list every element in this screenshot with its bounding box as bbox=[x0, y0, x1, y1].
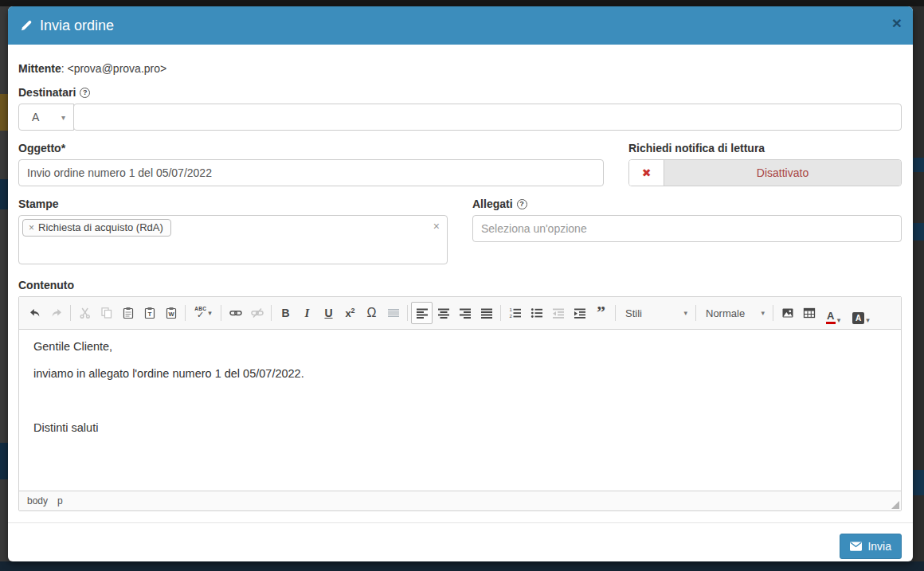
italic-button[interactable]: I bbox=[296, 302, 318, 324]
editor-paragraph: Distinti saluti bbox=[33, 420, 887, 435]
bold-button[interactable]: B bbox=[275, 302, 296, 324]
insert-table-button[interactable] bbox=[798, 302, 820, 324]
editor-paragraph bbox=[33, 393, 887, 408]
toolbar-separator bbox=[407, 305, 408, 321]
blockquote-button[interactable]: ” bbox=[590, 302, 612, 324]
resize-handle[interactable] bbox=[891, 501, 899, 509]
modal-body: Mittente: <prova@prova.pro> Destinatari … bbox=[8, 45, 913, 511]
superscript-button[interactable]: x2 bbox=[339, 302, 361, 324]
svg-text:1: 1 bbox=[509, 307, 512, 312]
align-center-icon bbox=[437, 307, 450, 319]
table-icon bbox=[803, 307, 816, 319]
undo-button[interactable] bbox=[24, 302, 45, 324]
toolbar-separator bbox=[70, 305, 71, 321]
text-color-button[interactable]: A ▾ bbox=[820, 302, 847, 324]
backdrop-fragment bbox=[913, 470, 924, 495]
recipients-input[interactable] bbox=[73, 104, 902, 131]
background-color-icon: A bbox=[852, 312, 864, 324]
recipients-help-icon[interactable]: ? bbox=[80, 88, 90, 98]
modal-footer: Invia bbox=[8, 522, 913, 561]
align-left-button[interactable] bbox=[411, 302, 433, 324]
rich-text-editor: T W ABC ✓ ▾ B I U x2 Ω bbox=[18, 296, 902, 511]
spellcheck-icon: ABC ✓ bbox=[194, 307, 206, 319]
paste-text-icon: T bbox=[143, 307, 156, 319]
justify-button[interactable] bbox=[476, 302, 497, 324]
recipient-type-select[interactable]: A ▾ bbox=[18, 104, 74, 131]
toggle-state-label: Disattivato bbox=[664, 160, 901, 186]
editor-content-area[interactable]: Gentile Cliente, inviamo in allegato l'o… bbox=[19, 330, 901, 491]
chevron-down-icon: ▾ bbox=[866, 316, 870, 324]
bulleted-list-icon bbox=[531, 307, 543, 319]
indent-button[interactable] bbox=[569, 302, 590, 324]
numbered-list-button[interactable]: 12 bbox=[504, 302, 526, 324]
paste-button[interactable] bbox=[117, 302, 139, 324]
toolbar-separator bbox=[500, 305, 501, 321]
backdrop-fragment bbox=[0, 94, 8, 131]
toolbar-separator bbox=[221, 305, 221, 321]
attachments-help-icon[interactable]: ? bbox=[517, 199, 527, 209]
redo-button[interactable] bbox=[45, 302, 67, 324]
redo-icon bbox=[50, 307, 63, 319]
recipient-type-value: A bbox=[32, 111, 39, 123]
paragraph-format-dropdown[interactable]: Normale▾ bbox=[699, 302, 769, 324]
clear-selection-icon[interactable]: × bbox=[433, 220, 440, 233]
align-center-button[interactable] bbox=[433, 302, 454, 324]
paste-plain-text-button[interactable]: T bbox=[139, 302, 160, 324]
horizontal-rule-button[interactable] bbox=[382, 302, 404, 324]
italic-icon: I bbox=[305, 307, 310, 320]
spellcheck-button[interactable]: ABC ✓ ▾ bbox=[189, 302, 217, 324]
svg-text:W: W bbox=[168, 311, 174, 318]
link-button[interactable] bbox=[225, 302, 246, 324]
content-label: Contenuto bbox=[18, 279, 74, 291]
element-path-body[interactable]: body bbox=[27, 495, 48, 506]
chevron-down-icon: ▾ bbox=[61, 113, 65, 122]
tag-remove-icon[interactable]: × bbox=[29, 222, 34, 233]
send-button-label: Invia bbox=[867, 540, 891, 553]
text-color-icon: A bbox=[826, 311, 836, 324]
background-color-button[interactable]: A ▾ bbox=[847, 302, 875, 324]
styles-dropdown[interactable]: Stili▾ bbox=[619, 302, 692, 324]
horizontal-rule-icon bbox=[387, 307, 400, 319]
copy-button[interactable] bbox=[96, 302, 117, 324]
backdrop-fragment bbox=[0, 179, 8, 209]
underline-button[interactable]: U bbox=[318, 302, 339, 324]
read-receipt-toggle[interactable]: ✖ Disattivato bbox=[628, 159, 902, 186]
element-path-p[interactable]: p bbox=[57, 495, 63, 506]
bold-icon: B bbox=[281, 307, 289, 319]
align-right-icon bbox=[459, 307, 472, 319]
prints-multiselect[interactable]: ×Richiesta di acquisto (RdA) × bbox=[18, 215, 448, 264]
chevron-down-icon: ▾ bbox=[837, 316, 841, 324]
insert-image-button[interactable] bbox=[777, 302, 798, 324]
cut-button[interactable] bbox=[74, 302, 96, 324]
paste-from-word-button[interactable]: W bbox=[160, 302, 182, 324]
modal-header: Invia ordine × bbox=[8, 6, 913, 45]
close-button[interactable]: × bbox=[892, 14, 902, 31]
justify-icon bbox=[480, 307, 493, 319]
outdent-button[interactable] bbox=[547, 302, 569, 324]
image-icon bbox=[781, 307, 794, 319]
unlink-button[interactable] bbox=[246, 302, 268, 324]
subject-input[interactable] bbox=[18, 159, 604, 186]
align-right-button[interactable] bbox=[454, 302, 476, 324]
attachments-select[interactable] bbox=[472, 215, 902, 242]
bulleted-list-button[interactable] bbox=[526, 302, 547, 324]
recipients-label: Destinatari bbox=[18, 86, 76, 99]
special-character-button[interactable]: Ω bbox=[361, 302, 382, 324]
superscript-icon: x2 bbox=[345, 307, 354, 319]
attachments-label: Allegati bbox=[472, 198, 513, 210]
copy-icon bbox=[100, 307, 113, 319]
send-button[interactable]: Invia bbox=[840, 534, 902, 559]
paste-icon bbox=[122, 307, 135, 319]
subject-label: Oggetto* bbox=[18, 142, 65, 154]
blockquote-icon: ” bbox=[597, 308, 605, 318]
link-icon bbox=[229, 307, 242, 319]
send-order-modal: Invia ordine × Mittente: <prova@prova.pr… bbox=[8, 6, 913, 561]
toggle-off-icon: ✖ bbox=[629, 160, 664, 186]
pencil-icon bbox=[20, 19, 33, 32]
backdrop-fragment bbox=[913, 223, 924, 241]
backdrop-fragment bbox=[913, 158, 924, 172]
svg-text:T: T bbox=[147, 311, 151, 318]
backdrop-fragment bbox=[0, 443, 8, 479]
subject-column: Oggetto* bbox=[18, 131, 604, 186]
modal-title-text: Invia ordine bbox=[40, 18, 114, 34]
